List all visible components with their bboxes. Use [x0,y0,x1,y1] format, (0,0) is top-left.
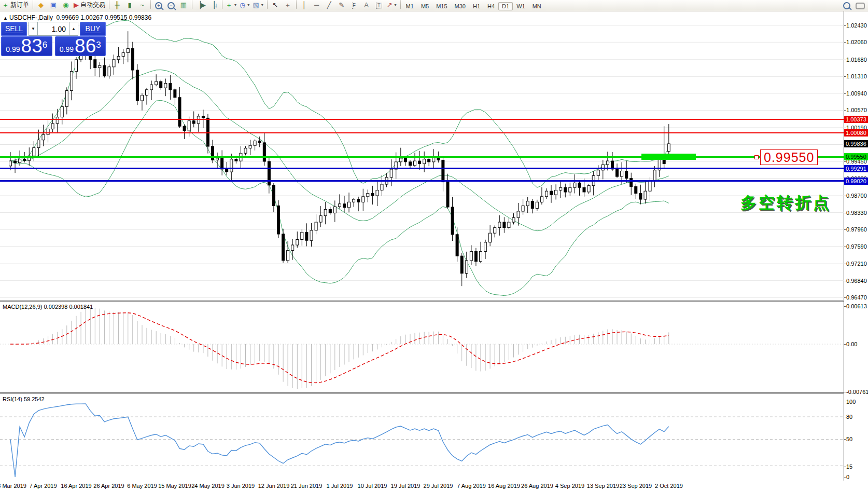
highlight-zone-rect[interactable] [641,154,696,160]
zoom-in-button[interactable]: + [152,1,165,11]
fibonacci-icon: F [352,3,356,9]
timeframe-m30[interactable]: M30 [451,2,469,10]
zoom-out-button[interactable]: − [165,1,177,11]
axis-tickmark [844,110,846,111]
axis-tickmark [844,213,846,213]
price-tick-label: 1.00570 [846,107,867,113]
axis-tickmark [844,128,846,128]
rsi-tick-label: 15 [846,463,852,470]
crosshair-icon: ＋ [284,2,291,8]
bar-chart-icon: ╫ [115,2,119,8]
main-chart-panel[interactable]: ▲USDCHF-,Daily 0.99669 1.00267 0.99515 0… [0,11,844,300]
timeframe-h4[interactable]: H4 [484,2,498,10]
rsi-panel[interactable]: RSI(14) 59.2542 [0,394,844,481]
macd-tick-label: -0.007612 [846,389,868,395]
sell-price-display[interactable]: 0.99836 [1,36,52,56]
data-window-button[interactable]: ▕▶ [194,0,207,10]
current-price-line[interactable] [0,144,844,144]
autotrading-button[interactable]: ▶自动交易 [72,0,107,10]
panel-collapse-toggle[interactable]: ▲ [3,16,8,21]
timeframe-m15[interactable]: M15 [432,2,451,10]
tile-windows-button[interactable]: ▦ [177,0,190,10]
rsi-tick-label: 50 [846,436,852,442]
support-line-1[interactable] [0,168,844,169]
support-line-1-badge: 0.99291 [844,165,868,172]
new-order-button[interactable]: ＋新订单 [1,0,31,10]
timeframe-h1[interactable]: H1 [469,2,484,10]
timeframe-m1[interactable]: M1 [402,2,417,10]
timeframe-mn[interactable]: MN [529,2,545,10]
axis-tickmark [844,161,846,162]
date-tick-label: 19 Jul 2019 [391,483,421,489]
buy-button[interactable]: BUY [80,22,106,36]
navigator-icon: ▕↓ [209,2,218,8]
axis-tickmark [844,281,846,281]
signal-icon: ◉ [63,2,68,8]
chart-header: ▲USDCHF-,Daily 0.99669 1.00267 0.99515 0… [3,14,151,21]
axis-tickmark [844,42,846,43]
bar-chart-button[interactable]: ╫ [111,0,123,10]
macd-panel[interactable]: MACD(12,26,9) 0.002398 0.001841 [0,302,844,392]
resistance-line-1-badge: 1.00373 [844,116,868,123]
axis-tickmark [844,60,846,60]
buy-price-display[interactable]: 0.99863 [55,36,106,56]
cursor-button[interactable]: ↖ [269,0,282,10]
volume-increase-button[interactable]: ▲ [69,22,78,36]
buy-price-sup: 3 [96,37,101,53]
date-tick-label: 13 Sep 2019 [587,483,619,489]
line-chart-button[interactable]: ~ [136,0,148,10]
arrows-button[interactable]: ↗▾ [385,0,398,10]
trendline-icon: ╱ [327,2,331,8]
resistance-line-1[interactable] [0,119,844,120]
pivot-annotation-text[interactable]: 多空转折点 [740,192,831,214]
trendline-button[interactable]: ╱ [323,0,335,10]
axis-tickmark [844,76,846,77]
metaquotes-button[interactable]: ◆ [35,0,47,10]
tile-windows-icon: ▦ [180,2,187,8]
volume-input[interactable] [38,22,69,36]
support-line-2[interactable] [0,180,844,182]
axis-tickmark [844,467,846,467]
pivot-line-badge: 0.99550 [844,153,868,160]
callout-handle[interactable] [754,155,759,159]
navigator-button[interactable]: ▕↓ [207,0,220,10]
template-icon: ▧ [253,2,259,8]
timeframe-d1[interactable]: D1 [498,2,513,10]
sell-button[interactable]: SELL [1,22,27,36]
date-axis[interactable]: 28 Mar 20197 Apr 201916 Apr 201926 Apr 2… [0,481,868,491]
timeframe-w1[interactable]: W1 [513,2,529,10]
date-tick-label: 23 Sep 2019 [620,483,652,489]
volume-decrease-button[interactable]: ▼ [29,22,38,36]
crosshair-button[interactable]: ＋ [282,0,294,10]
chart-symbol-label: USDCHF-,Daily [9,14,53,21]
price-callout-label[interactable]: 0.99550 [760,149,818,165]
axis-tickmark [844,93,846,94]
price-tick-label: 0.96470 [846,294,867,301]
horizontal-line-button[interactable]: ─ [311,0,323,10]
channel-button[interactable]: ✎ [335,0,348,10]
toolbar-separator [192,0,192,9]
signal-button[interactable]: ◉ [60,0,72,10]
main-toolbar: ＋新订单◆▣◉▶自动交易╫▮~+−▦▕▶▕↓＋▾◷▾▧▾↖＋│─╱✎FAT↗▾ … [0,0,868,11]
price-axis[interactable]: 1.024301.020601.016801.013101.009401.005… [844,11,868,491]
resistance-line-2[interactable] [0,132,844,133]
vertical-line-button[interactable]: │ [298,0,311,10]
price-tick-label: 1.00940 [846,90,867,97]
text-button[interactable]: A [360,0,373,10]
search-icon[interactable] [843,2,850,9]
label-button[interactable]: T [373,1,385,11]
timeframe-m5[interactable]: M5 [417,2,432,10]
market-button[interactable]: ▣ [47,0,60,10]
toolbar-separator [150,0,151,9]
zoom-out-icon: − [167,2,175,9]
price-tick-label: 0.97590 [846,243,867,250]
new-order-icon: ＋ [2,2,9,8]
axis-tickmark [844,25,846,26]
profiles-button[interactable]: ◷▾ [238,0,251,10]
fibonacci-button[interactable]: F [348,1,360,11]
pivot-line[interactable] [0,156,844,158]
candlestick-chart-button[interactable]: ▮ [123,0,136,10]
new-chart-button[interactable]: ＋▾ [224,0,238,10]
template-button[interactable]: ▧▾ [251,0,264,10]
chat-icon[interactable] [856,3,865,9]
